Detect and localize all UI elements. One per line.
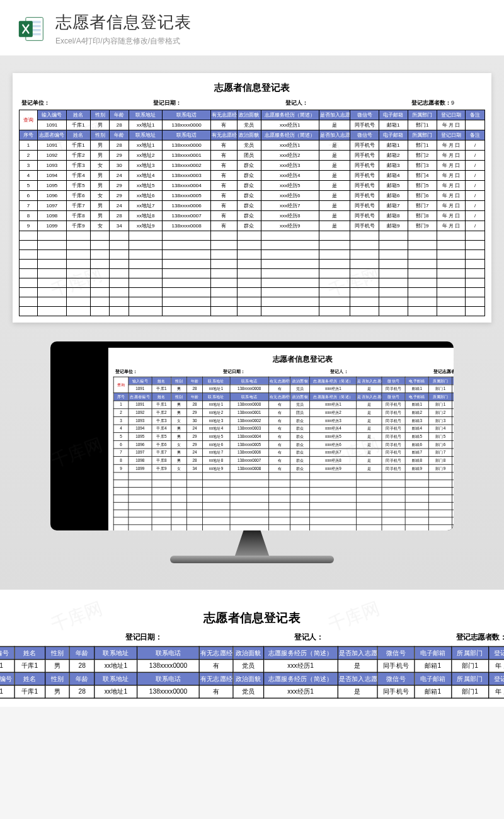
table-cell: 5 [113,433,129,441]
table-cell: xx地址5 [129,181,162,191]
table-cell: 部门7 [408,201,437,211]
table-cell: 部门5 [429,433,452,441]
table-cell: 28 [187,401,203,409]
query-result-cell: 千库1 [152,385,171,393]
table-cell: 是 [357,440,382,449]
table-cell: 男 [45,685,70,698]
table-cell: 138xxxx0006 [163,201,210,211]
table-cell: 1095 [129,433,152,441]
table-cell: 部门3 [429,416,452,425]
query-header-cell: 电子邮箱 [405,377,428,385]
table-header-row: 序号志愿者编号姓名性别年龄联系地址联系电话有无志愿经验政治面貌志愿服务经历（简述… [113,392,454,401]
table-cell: 有 [269,425,290,433]
table-header-cell: 联系地址 [129,130,162,140]
table-cell: 邮箱7 [405,449,428,457]
query-button[interactable]: 查询 [20,110,38,130]
table-cell: 是 [319,171,350,181]
table-cell: 24 [187,425,203,433]
table-cell: 女 [171,464,187,472]
table-header-cell: 性别 [171,392,187,401]
table-cell: 千库8 [152,457,171,465]
table-cell: xx地址2 [129,151,162,161]
table-cell: 部门8 [408,211,437,221]
table-cell: 群众 [290,433,310,441]
table-cell: 年 月 日 [437,211,466,221]
table-cell: 1093 [38,161,67,171]
table-row: 91099千库9女34xx地址9138xxxx0008有群众xxx经历9是同手机… [113,464,454,472]
query-button[interactable]: 查询 [113,377,129,392]
table-header-row: 序号志愿者编号姓名性别年龄联系地址联系电话有无志愿经验政治面貌志愿服务经历（简述… [0,672,504,685]
query-result-cell: 邮箱1 [405,385,428,393]
table-row: 21092千库2男29xx地址2138xxxx0001有团员xxx经历2是同手机… [113,409,454,417]
table-header-cell: 年龄 [187,392,203,401]
table-cell: 1094 [129,425,152,433]
query-result-cell: 党员 [237,120,261,130]
table-cell: 男 [90,151,110,161]
table-header-cell: 性别 [90,130,110,140]
query-result-cell: 部门1 [451,660,488,672]
table-header-cell: 微信号 [377,672,415,685]
table-cell: 6 [113,440,129,449]
table-cell: 部门4 [429,425,452,433]
table-cell: 群众 [237,211,261,221]
volunteer-table: 查询输入编号姓名性别年龄联系地址联系电话有无志愿经验政治面貌志愿服务经历（简述）… [113,377,454,530]
table-header-cell: 联系电话 [137,672,199,685]
table-cell: 有 [210,191,237,201]
table-cell: 年 月 日 [452,440,454,449]
table-cell: 有 [269,440,290,449]
table-cell: 是 [357,401,382,409]
table-header-cell: 是否加入志愿者群 [338,672,378,685]
table-row-empty [20,297,485,307]
table-cell: 有 [269,416,290,425]
table-cell: xxx经历2 [310,409,357,417]
table-cell: 138xxxx0003 [163,171,210,181]
table-cell: 年 月 日 [437,181,466,191]
table-cell: 29 [187,409,203,417]
table-cell: 邮箱8 [379,211,408,221]
table-cell: 是 [357,449,382,457]
query-header-cell: 微信号 [377,646,415,659]
table-cell: 千库4 [152,425,171,433]
table-cell: 9 [20,221,38,231]
table-cell: xxx经历3 [261,161,319,171]
table-row-empty [20,269,485,278]
table-cell: 有 [210,221,237,231]
table-cell: 邮箱1 [405,401,428,409]
table-header-cell: 志愿服务经历（简述） [263,672,337,685]
query-result-cell: 年 月 日 [452,385,454,393]
sheet-preview-large: 志愿者信息登记表登记单位：登记日期：登记人：登记志愿者数：9查询输入编号姓名性别… [13,73,491,323]
table-cell: 同手机号 [382,449,405,457]
query-header-cell: 姓名 [66,110,90,120]
query-result-cell: 1091 [129,385,152,393]
table-header-cell: 联系地址 [202,392,229,401]
table-cell: 群众 [290,425,310,433]
table-cell: 千库3 [66,161,90,171]
table-cell: 年 月 日 [437,221,466,231]
table-cell: 部门9 [429,464,452,472]
table-cell: xxx经历9 [310,464,357,472]
table-cell: 8 [20,211,38,221]
table-row: 61096千库6女29xx地址6138xxxx0005有群众xxx经历6是同手机… [113,440,454,449]
table-cell: 邮箱7 [379,201,408,211]
table-cell: 1099 [129,464,152,472]
query-header-cell: 有无志愿经验 [199,646,233,659]
table-cell: 138xxxx0000 [137,685,199,698]
query-result-cell: 有 [269,385,290,393]
table-cell: / [466,221,485,231]
table-cell: 女 [171,440,187,449]
query-header-cell: 微信号 [382,377,405,385]
query-result-cell: 138xxxx0000 [137,660,199,672]
table-cell: 千库7 [66,201,90,211]
table-cell: 邮箱5 [405,433,428,441]
table-cell: xx地址4 [202,425,229,433]
table-header-cell: 序号 [113,392,129,401]
table-cell: 男 [171,425,187,433]
table-cell: xxx经历1 [310,401,357,409]
table-cell: 30 [187,416,203,425]
table-cell: xx地址9 [202,464,229,472]
table-row: 11091千库1男28xx地址1138xxxx0000有党员xxx经历1是同手机… [113,401,454,409]
table-cell: 1094 [38,171,67,181]
table-cell: 1098 [38,211,67,221]
table-header-cell: 是否加入志愿者群 [357,392,382,401]
table-cell: 29 [110,151,129,161]
